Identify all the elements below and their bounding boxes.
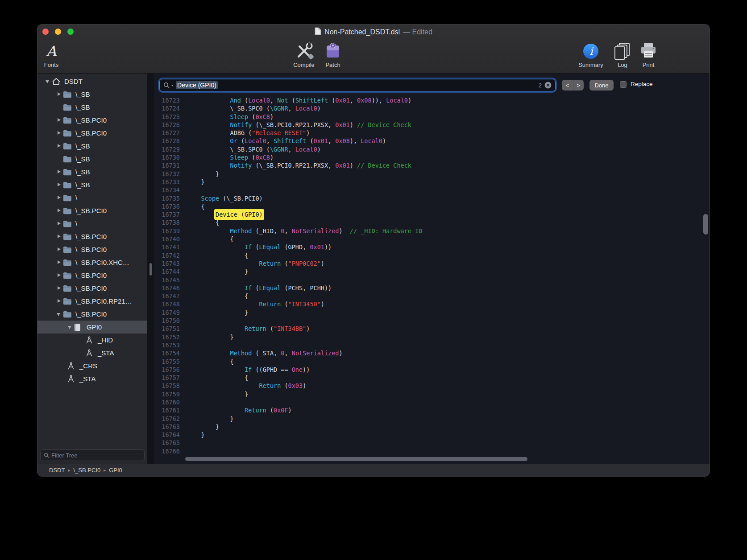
breadcrumb-item[interactable]: DSDT	[49, 467, 65, 474]
triangle-spacer	[56, 104, 62, 111]
find-next-button[interactable]: >	[573, 80, 584, 91]
search-input[interactable]: ▾ Device (GPI0) 2	[159, 79, 556, 91]
tree-item-label: \_SB	[75, 142, 90, 150]
line-number: 16765	[154, 439, 180, 447]
disclosure-triangle-icon[interactable]	[56, 182, 62, 188]
code-editor[interactable]: 16723 And (Local0, Not (ShiftLeft (0x01,…	[154, 96, 710, 464]
find-bar: ▾ Device (GPI0) 2 < > Done Replace	[154, 74, 710, 96]
tree-item-[interactable]: \	[37, 191, 147, 204]
tree-item-sbpci0[interactable]: \_SB.PCI0	[37, 204, 147, 217]
disclosure-triangle-icon[interactable]	[67, 324, 73, 330]
code-line: 16754 Method (_STA, 0, NotSerialized)	[154, 349, 710, 357]
breadcrumb-item[interactable]: GPI0	[109, 467, 122, 474]
disclosure-triangle-icon[interactable]	[45, 78, 51, 85]
fonts-button[interactable]: A Fonts	[39, 41, 64, 68]
code-line: 16751 Return ("INT34BB")	[154, 325, 710, 333]
tree-item-dsdt[interactable]: DSDT	[37, 75, 147, 88]
tree-item-sbpci0[interactable]: \_SB.PCI0	[37, 114, 147, 127]
tree-item-label: \_SB.PCI0.XHC…	[75, 259, 129, 266]
tree-item-sbpci0[interactable]: \_SB.PCI0	[37, 269, 147, 282]
filter-tree-input[interactable]	[51, 452, 141, 459]
tree-item-sb[interactable]: \_SB	[37, 165, 147, 178]
tree-item-sb[interactable]: \_SB	[37, 152, 147, 165]
tree-item-label: \_SB.PCI0	[75, 207, 107, 214]
disclosure-triangle-icon[interactable]	[56, 169, 62, 175]
compile-tools-icon	[294, 41, 314, 60]
tree-item-sbpci0[interactable]: \_SB.PCI0	[37, 127, 147, 140]
pane-splitter[interactable]	[147, 74, 154, 464]
line-number: 16755	[154, 358, 180, 366]
horizontal-scrollbar[interactable]	[185, 457, 527, 461]
disclosure-triangle-icon[interactable]	[56, 208, 62, 214]
folder-icon	[63, 117, 73, 124]
disclosure-triangle-icon[interactable]	[56, 130, 62, 136]
disclosure-triangle-icon[interactable]	[56, 143, 62, 149]
code-line: 16723 And (Local0, Not (ShiftLeft (0x01,…	[154, 96, 710, 104]
tree-item-sbpci0xhc[interactable]: \_SB.PCI0.XHC…	[37, 256, 147, 269]
search-query-text: Device (GPI0)	[176, 81, 218, 89]
code-line: 16755 {	[154, 358, 710, 366]
print-button[interactable]: Print	[638, 41, 659, 68]
tree-item-sb[interactable]: \_SB	[37, 140, 147, 152]
tree-item-sbpci0[interactable]: \_SB.PCI0	[37, 243, 147, 256]
tree-item-sb[interactable]: \_SB	[37, 88, 147, 101]
code-line: 16725 Sleep (0xC8)	[154, 113, 710, 121]
find-previous-button[interactable]: <	[562, 80, 573, 91]
app-window: Non-Patched_DSDT.dsl — Edited A Fonts Co…	[37, 25, 710, 476]
code-line: 16732 }	[154, 170, 710, 178]
folder-icon	[63, 143, 73, 150]
disclosure-triangle-icon[interactable]	[56, 311, 62, 317]
line-number: 16761	[154, 406, 180, 414]
disclosure-triangle-icon[interactable]	[56, 272, 62, 279]
tree-item-sta[interactable]: _STA	[37, 372, 147, 385]
disclosure-triangle-icon[interactable]	[56, 117, 62, 124]
triangle-spacer	[78, 350, 84, 356]
tree-item-[interactable]: \	[37, 217, 147, 230]
done-button[interactable]: Done	[589, 80, 614, 91]
line-number: 16746	[154, 284, 180, 292]
tree-item-sbpci0rp21[interactable]: \_SB.PCI0.RP21…	[37, 295, 147, 308]
compile-button[interactable]: Compile	[288, 41, 320, 68]
code-line: 16733 }	[154, 178, 710, 186]
breadcrumb-item[interactable]: \_SB.PCI0	[73, 467, 100, 474]
code-lines: 16723 And (Local0, Not (ShiftLeft (0x01,…	[154, 96, 710, 455]
home-icon	[52, 78, 62, 86]
code-line: 16724 \_SB.SPC0 (\GGNR, Local0)	[154, 104, 710, 112]
disclosure-triangle-icon[interactable]	[56, 285, 62, 292]
vertical-scrollbar[interactable]	[703, 214, 708, 235]
splitter-handle-icon[interactable]	[149, 263, 152, 276]
disclosure-triangle-icon[interactable]	[56, 298, 62, 305]
tree-item-sb[interactable]: \_SB	[37, 101, 147, 114]
code-line: 16737 Device (GPI0)	[154, 210, 710, 218]
tree-item-label: DSDT	[64, 78, 83, 85]
tree-item-sbpci0[interactable]: \_SB.PCI0	[37, 308, 147, 321]
tree-item-sbpci0[interactable]: \_SB.PCI0	[37, 230, 147, 243]
tree-item-sbpci0[interactable]: \_SB.PCI0	[37, 282, 147, 295]
code-line: 16735 Scope (\_SB.PCI0)	[154, 194, 710, 202]
code-line: 16729 \_SB.SPC0 (\GGNR, Local0)	[154, 145, 710, 153]
line-number: 16726	[154, 121, 180, 129]
patch-button[interactable]: Patch	[320, 41, 346, 68]
disclosure-triangle-icon[interactable]	[56, 259, 62, 266]
code-line: 16760	[154, 398, 710, 406]
tree-item-crs[interactable]: _CRS	[37, 359, 147, 372]
tree-item-hid[interactable]: _HID	[37, 334, 147, 346]
disclosure-triangle-icon[interactable]	[56, 221, 62, 227]
summary-button[interactable]: i Summary	[574, 41, 608, 68]
clear-search-icon[interactable]	[544, 82, 552, 89]
line-number: 16757	[154, 374, 180, 382]
filter-tree-field[interactable]	[40, 449, 145, 461]
disclosure-triangle-icon[interactable]	[56, 91, 62, 98]
code-line: 16742 {	[154, 251, 710, 259]
disclosure-triangle-icon[interactable]	[56, 195, 62, 201]
tree-item-sb[interactable]: \_SB	[37, 178, 147, 191]
disclosure-triangle-icon[interactable]	[56, 234, 62, 240]
code-line: 16758 Return (0x03)	[154, 382, 710, 390]
disclosure-triangle-icon[interactable]	[56, 247, 62, 253]
line-number: 16748	[154, 300, 180, 308]
tree-item-sta[interactable]: _STA	[37, 346, 147, 359]
line-number: 16760	[154, 398, 180, 406]
tree-item-gpi0[interactable]: GPI0	[37, 321, 147, 334]
log-button[interactable]: Log	[612, 41, 633, 68]
replace-checkbox[interactable]	[620, 81, 627, 88]
